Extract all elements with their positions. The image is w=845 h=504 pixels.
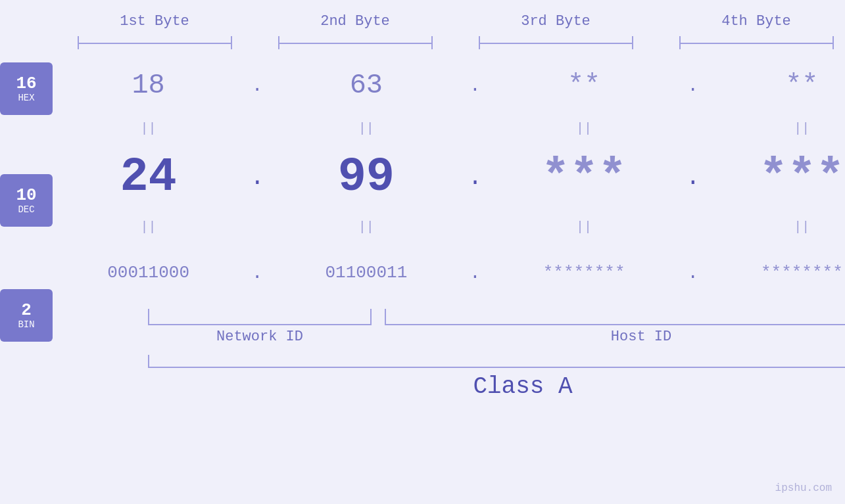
id-labels-row: Network ID Host ID bbox=[148, 329, 845, 345]
hex-dot3: . bbox=[680, 76, 706, 96]
dec-label: DEC bbox=[18, 204, 34, 215]
eq2-b3: || bbox=[489, 219, 680, 235]
dec-dot3: . bbox=[680, 164, 706, 191]
network-bracket bbox=[148, 309, 372, 325]
bracket-byte2 bbox=[278, 36, 433, 49]
eq2-b4: || bbox=[706, 219, 845, 235]
top-brackets bbox=[68, 36, 844, 49]
eq1-b1: || bbox=[53, 121, 244, 136]
hex-byte1: 18 bbox=[53, 70, 244, 101]
bin-byte4: ******** bbox=[706, 263, 845, 283]
hex-byte3: ** bbox=[489, 70, 680, 101]
dec-dot2: . bbox=[462, 164, 489, 191]
byte2-header: 2nd Byte bbox=[268, 13, 443, 30]
equals-row-1: || || || || bbox=[53, 115, 845, 141]
dec-badge: 10 DEC bbox=[0, 174, 53, 227]
bin-badge: 2 BIN bbox=[0, 289, 53, 342]
eq2-b2: || bbox=[270, 219, 462, 235]
dec-dot1: . bbox=[244, 164, 270, 191]
host-id-label: Host ID bbox=[385, 329, 845, 345]
dec-row: 24 . 99 . *** . *** bbox=[53, 141, 845, 214]
byte1-header: 1st Byte bbox=[68, 13, 242, 30]
host-bracket bbox=[385, 309, 845, 325]
bin-dot1: . bbox=[244, 263, 270, 283]
bin-byte3: ******** bbox=[489, 263, 680, 283]
main-container: 1st Byte 2nd Byte 3rd Byte 4th Byte 16 H… bbox=[0, 0, 845, 504]
dec-byte2: 99 bbox=[270, 150, 462, 204]
dec-num: 10 bbox=[16, 186, 36, 205]
equals-row-2: || || || || bbox=[53, 214, 845, 240]
dec-byte3: *** bbox=[489, 150, 680, 204]
bin-label: BIN bbox=[18, 319, 34, 330]
bin-dot3: . bbox=[680, 263, 706, 283]
eq1-b4: || bbox=[706, 121, 845, 136]
hex-num: 16 bbox=[16, 74, 36, 93]
byte3-header: 3rd Byte bbox=[469, 13, 643, 30]
data-columns: 18 . 63 . ** . ** || || bbox=[53, 56, 845, 400]
bin-num: 2 bbox=[21, 301, 32, 320]
dec-byte1: 24 bbox=[53, 150, 244, 204]
bracket-byte1 bbox=[78, 36, 232, 49]
content-area: 16 HEX 10 DEC 2 BIN 18 bbox=[0, 56, 845, 400]
bin-byte2: 01100011 bbox=[270, 263, 462, 283]
label-column: 16 HEX 10 DEC 2 BIN bbox=[0, 56, 53, 342]
bottom-brackets bbox=[148, 309, 845, 325]
dec-byte4: *** bbox=[706, 150, 845, 204]
bracket-byte4 bbox=[679, 36, 834, 49]
eq1-b2: || bbox=[270, 121, 462, 136]
hex-dot1: . bbox=[244, 76, 270, 96]
eq2-b1: || bbox=[53, 219, 244, 235]
hex-badge: 16 HEX bbox=[0, 62, 53, 115]
eq1-b3: || bbox=[489, 121, 680, 136]
hex-dot2: . bbox=[462, 76, 489, 96]
hex-row: 18 . 63 . ** . ** bbox=[53, 56, 845, 115]
hex-byte4: ** bbox=[706, 70, 845, 101]
bin-dot2: . bbox=[462, 263, 489, 283]
byte-headers: 1st Byte 2nd Byte 3rd Byte 4th Byte bbox=[68, 13, 844, 30]
class-bracket bbox=[148, 355, 845, 368]
byte4-header: 4th Byte bbox=[669, 13, 844, 30]
network-id-label: Network ID bbox=[148, 329, 372, 345]
bin-row: 00011000 . 01100011 . ******** . *******… bbox=[53, 240, 845, 306]
class-label: Class A bbox=[148, 373, 845, 400]
hex-byte2: 63 bbox=[270, 70, 462, 101]
hex-label: HEX bbox=[18, 93, 34, 103]
bin-byte1: 00011000 bbox=[53, 263, 244, 283]
watermark: ipshu.com bbox=[775, 482, 832, 494]
bracket-byte3 bbox=[479, 36, 633, 49]
